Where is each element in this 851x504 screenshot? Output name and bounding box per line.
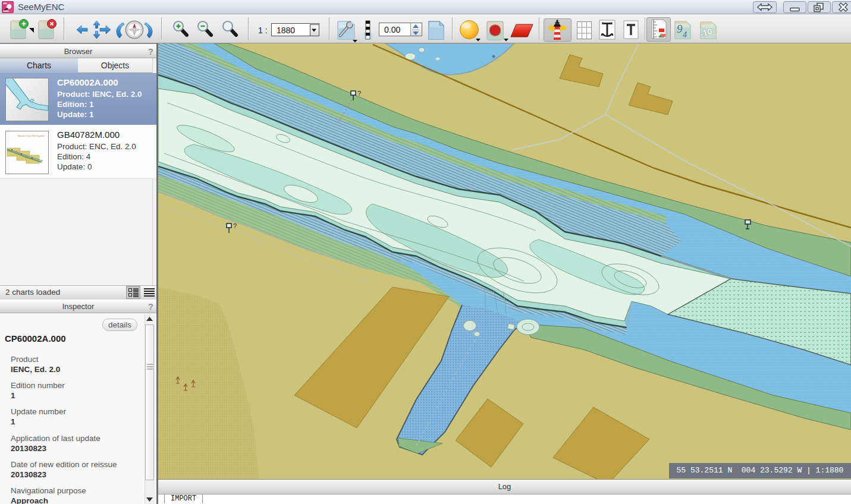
svg-text:Marine Chart File System: Marine Chart File System <box>18 134 45 137</box>
svg-text:4: 4 <box>683 30 687 39</box>
svg-text:?: ? <box>233 222 237 229</box>
svg-text:9: 9 <box>677 23 683 35</box>
svg-text:?: ? <box>357 90 361 97</box>
